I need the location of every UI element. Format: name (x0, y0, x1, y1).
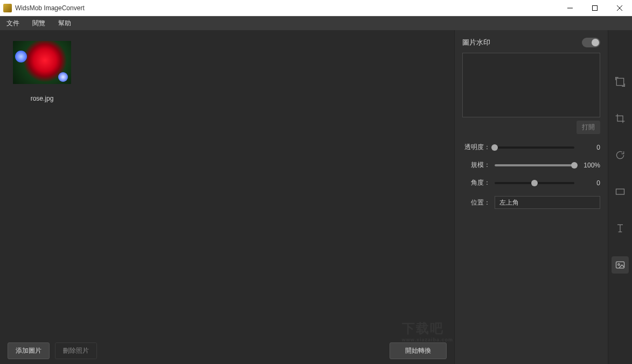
bottom-toolbar: 添加圖片 刪除照片 開始轉換 (0, 337, 454, 364)
thumbnail-image (13, 41, 71, 84)
position-value: 左上角 (499, 198, 519, 207)
window-title: WidsMob ImageConvert (15, 4, 558, 12)
panel-header: 圖片水印 (462, 36, 600, 50)
menu-help[interactable]: 幫助 (58, 19, 71, 28)
angle-row: 角度： 0 (462, 178, 600, 187)
app-icon (3, 4, 12, 12)
menu-view[interactable]: 閱覽 (32, 19, 45, 28)
add-image-button[interactable]: 添加圖片 (8, 342, 50, 359)
watermark-preview (462, 53, 600, 117)
svg-rect-1 (593, 5, 598, 10)
start-convert-button[interactable]: 開始轉換 (390, 342, 447, 359)
titlebar: WidsMob ImageConvert (0, 0, 632, 16)
tool-rail (608, 30, 632, 364)
window-controls (558, 0, 632, 16)
svg-point-7 (618, 264, 620, 265)
text-watermark-tool-icon[interactable] (612, 220, 629, 237)
toggle-knob (592, 39, 599, 46)
opacity-label: 透明度： (462, 143, 490, 152)
opacity-slider[interactable] (495, 146, 574, 149)
properties-panel: 圖片水印 打開 透明度： 0 規模： 100% 角度： 0 (454, 30, 608, 364)
svg-rect-5 (616, 189, 624, 194)
scale-label: 規模： (462, 160, 490, 170)
crop-tool-icon[interactable] (612, 110, 629, 127)
thumbnail-grid: rose.jpg (0, 30, 454, 337)
panel-section-title: 圖片水印 (462, 38, 490, 47)
remove-image-button[interactable]: 刪除照片 (55, 342, 97, 359)
thumbnail-filename: rose.jpg (13, 95, 71, 102)
opacity-value: 0 (579, 144, 600, 151)
border-tool-icon[interactable] (612, 183, 629, 200)
scale-row: 規模： 100% (462, 160, 600, 170)
scale-slider[interactable] (495, 164, 574, 166)
rotate-tool-icon[interactable] (612, 146, 629, 164)
thumbnail-item[interactable]: rose.jpg (13, 41, 71, 102)
angle-value: 0 (579, 179, 600, 187)
position-row: 位置： 左上角 (462, 196, 600, 209)
main-area: rose.jpg 添加圖片 刪除照片 開始轉換 下载吧 www.xiazaiba… (0, 30, 454, 364)
menu-file[interactable]: 文件 (6, 19, 19, 28)
resize-tool-icon[interactable] (612, 73, 629, 90)
close-button[interactable] (607, 0, 632, 16)
position-select[interactable]: 左上角 (495, 196, 600, 209)
open-watermark-button[interactable]: 打開 (577, 121, 600, 134)
menubar: 文件 閱覽 幫助 (0, 16, 632, 30)
scale-value: 100% (579, 162, 600, 169)
minimize-button[interactable] (558, 0, 582, 16)
svg-rect-4 (616, 78, 623, 85)
image-watermark-tool-icon[interactable] (612, 256, 629, 274)
workspace: rose.jpg 添加圖片 刪除照片 開始轉換 下载吧 www.xiazaiba… (0, 30, 632, 364)
opacity-row: 透明度： 0 (462, 143, 600, 152)
angle-slider[interactable] (495, 182, 574, 184)
maximize-button[interactable] (582, 0, 607, 16)
position-label: 位置： (462, 198, 490, 207)
angle-label: 角度： (462, 178, 490, 187)
watermark-toggle[interactable] (582, 38, 600, 47)
